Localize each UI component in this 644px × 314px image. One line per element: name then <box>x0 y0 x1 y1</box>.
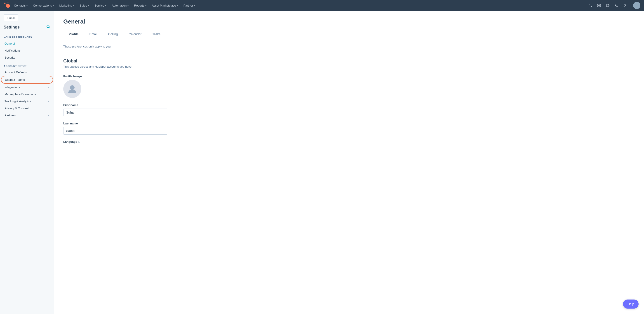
svg-rect-6 <box>598 6 599 7</box>
tab-profile[interactable]: Profile <box>63 30 84 39</box>
first-name-input[interactable] <box>63 109 167 116</box>
marketplace-icon-button[interactable] <box>596 2 603 9</box>
section-subtitle-global: This applies across any HubSpot accounts… <box>63 65 635 68</box>
phone-icon-button[interactable] <box>612 2 620 9</box>
partners-chevron-icon: ▾ <box>48 114 50 117</box>
svg-line-10 <box>49 27 50 29</box>
tab-calendar[interactable]: Calendar <box>123 30 147 39</box>
partner-chevron-icon: ▾ <box>194 4 195 7</box>
nav-reports[interactable]: Reports ▾ <box>132 3 149 9</box>
language-label: Language ℹ <box>63 140 635 143</box>
profile-image-upload[interactable] <box>63 80 81 98</box>
first-name-label: First name <box>63 103 635 107</box>
page-title: General <box>63 18 635 25</box>
tab-email[interactable]: Email <box>84 30 103 39</box>
reports-chevron-icon: ▾ <box>145 4 146 7</box>
sidebar-section-account-setup: Account Setup <box>0 61 54 69</box>
svg-point-8 <box>607 5 608 6</box>
marketing-chevron-icon: ▾ <box>73 4 74 7</box>
sidebar-item-privacy-consent[interactable]: Privacy & Consent <box>1 105 53 112</box>
conversations-chevron-icon: ▾ <box>53 4 54 7</box>
first-name-group: First name <box>63 103 635 116</box>
nav-contacts[interactable]: Contacts ▾ <box>12 3 30 9</box>
nav-sales[interactable]: Sales ▾ <box>78 3 92 9</box>
nav-conversations[interactable]: Conversations ▾ <box>31 3 56 9</box>
svg-rect-7 <box>599 6 600 7</box>
nav-divider <box>631 3 631 8</box>
language-info-icon: ℹ <box>78 140 80 143</box>
sidebar-item-marketplace-downloads[interactable]: Marketplace Downloads <box>1 91 53 98</box>
sidebar-item-integrations[interactable]: Integrations ▾ <box>1 84 53 91</box>
nav-partner[interactable]: Partner ▾ <box>181 3 198 9</box>
last-name-group: Last name <box>63 122 635 135</box>
automation-chevron-icon: ▾ <box>128 4 128 7</box>
main-content: General Profile Email Calling Calendar T… <box>54 11 644 314</box>
main-layout: ‹ Back Settings Your Preferences General… <box>0 11 644 314</box>
integrations-chevron-icon: ▾ <box>48 86 50 89</box>
nav-automation[interactable]: Automation ▾ <box>109 3 131 9</box>
settings-icon-button[interactable] <box>604 2 611 9</box>
tab-calling[interactable]: Calling <box>103 30 124 39</box>
help-button[interactable]: Help <box>623 299 638 308</box>
user-avatar[interactable] <box>633 2 640 9</box>
back-button[interactable]: ‹ Back <box>4 15 18 21</box>
sidebar-header: Settings <box>0 25 54 32</box>
service-chevron-icon: ▾ <box>105 4 106 7</box>
sidebar: ‹ Back Settings Your Preferences General… <box>0 11 54 314</box>
sidebar-section-your-preferences: Your Preferences <box>0 32 54 40</box>
chevron-left-icon: ‹ <box>6 16 8 20</box>
language-group: Language ℹ <box>63 140 635 143</box>
notifications-icon-button[interactable] <box>621 2 628 9</box>
profile-image-group: Profile Image <box>63 75 635 98</box>
top-navigation: Contacts ▾ Conversations ▾ Marketing ▾ S… <box>0 0 644 11</box>
sidebar-title: Settings <box>4 25 20 30</box>
nav-asset-marketplace[interactable]: Asset Marketplace ▾ <box>150 3 180 9</box>
sidebar-item-security[interactable]: Security <box>1 54 53 61</box>
svg-rect-4 <box>598 4 599 5</box>
contacts-chevron-icon: ▾ <box>26 4 28 7</box>
last-name-label: Last name <box>63 122 635 125</box>
user-avatar-icon <box>67 84 78 94</box>
sidebar-item-notifications[interactable]: Notifications <box>1 47 53 54</box>
sidebar-search-icon[interactable] <box>46 25 50 30</box>
svg-rect-5 <box>599 4 600 5</box>
sidebar-item-account-defaults[interactable]: Account Defaults <box>1 69 53 76</box>
tracking-chevron-icon: ▾ <box>48 100 50 103</box>
nav-service[interactable]: Service ▾ <box>92 3 108 9</box>
svg-point-1 <box>7 5 8 7</box>
profile-image-label: Profile Image <box>63 75 635 78</box>
sidebar-item-partners[interactable]: Partners ▾ <box>1 112 53 119</box>
hubspot-logo[interactable] <box>4 2 11 9</box>
sidebar-item-users-teams[interactable]: Users & Teams <box>1 76 53 84</box>
sidebar-item-tracking-analytics[interactable]: Tracking & Analytics ▾ <box>1 98 53 105</box>
last-name-input[interactable] <box>63 127 167 135</box>
preferences-note: These preferences only apply to you. <box>63 45 635 53</box>
sidebar-item-general[interactable]: General <box>1 40 53 47</box>
section-title-global: Global <box>63 58 635 64</box>
svg-line-3 <box>591 6 592 7</box>
marketplace-chevron-icon: ▾ <box>177 4 178 7</box>
nav-icon-group <box>587 2 640 9</box>
tab-tasks[interactable]: Tasks <box>147 30 166 39</box>
search-button[interactable] <box>587 2 594 9</box>
sales-chevron-icon: ▾ <box>88 4 89 7</box>
svg-point-11 <box>70 85 74 90</box>
nav-marketing[interactable]: Marketing ▾ <box>57 3 76 9</box>
tab-bar: Profile Email Calling Calendar Tasks <box>63 30 635 39</box>
